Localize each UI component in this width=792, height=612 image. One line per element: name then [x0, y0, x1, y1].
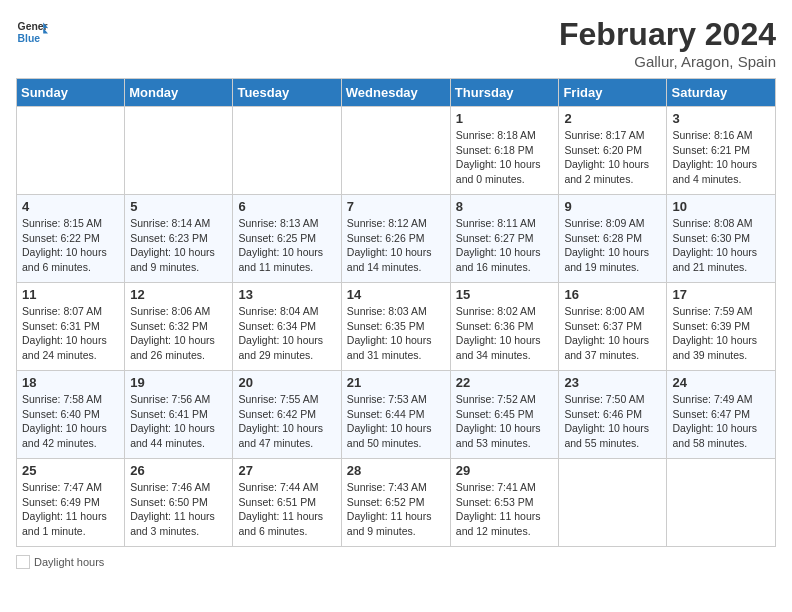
day-number: 9: [564, 199, 661, 214]
day-info: Sunrise: 8:06 AMSunset: 6:32 PMDaylight:…: [130, 304, 227, 363]
day-info: Sunrise: 8:11 AMSunset: 6:27 PMDaylight:…: [456, 216, 554, 275]
day-info: Sunrise: 7:43 AMSunset: 6:52 PMDaylight:…: [347, 480, 445, 539]
calendar-cell: 4Sunrise: 8:15 AMSunset: 6:22 PMDaylight…: [17, 195, 125, 283]
calendar-week-2: 4Sunrise: 8:15 AMSunset: 6:22 PMDaylight…: [17, 195, 776, 283]
day-header-saturday: Saturday: [667, 79, 776, 107]
day-number: 3: [672, 111, 770, 126]
calendar-cell: 29Sunrise: 7:41 AMSunset: 6:53 PMDayligh…: [450, 459, 559, 547]
daylight-box: [16, 555, 30, 569]
calendar-cell: 23Sunrise: 7:50 AMSunset: 6:46 PMDayligh…: [559, 371, 667, 459]
day-number: 13: [238, 287, 335, 302]
daylight-legend: Daylight hours: [16, 555, 104, 569]
calendar-cell: [667, 459, 776, 547]
logo-icon: General Blue: [16, 16, 48, 48]
day-number: 29: [456, 463, 554, 478]
calendar-table: SundayMondayTuesdayWednesdayThursdayFrid…: [16, 78, 776, 547]
day-header-thursday: Thursday: [450, 79, 559, 107]
calendar-cell: 10Sunrise: 8:08 AMSunset: 6:30 PMDayligh…: [667, 195, 776, 283]
calendar-cell: [233, 107, 341, 195]
day-number: 25: [22, 463, 119, 478]
day-number: 12: [130, 287, 227, 302]
calendar-cell: 22Sunrise: 7:52 AMSunset: 6:45 PMDayligh…: [450, 371, 559, 459]
calendar-cell: 3Sunrise: 8:16 AMSunset: 6:21 PMDaylight…: [667, 107, 776, 195]
calendar-cell: 26Sunrise: 7:46 AMSunset: 6:50 PMDayligh…: [125, 459, 233, 547]
calendar-cell: 16Sunrise: 8:00 AMSunset: 6:37 PMDayligh…: [559, 283, 667, 371]
day-number: 26: [130, 463, 227, 478]
day-number: 4: [22, 199, 119, 214]
calendar-cell: 2Sunrise: 8:17 AMSunset: 6:20 PMDaylight…: [559, 107, 667, 195]
day-header-wednesday: Wednesday: [341, 79, 450, 107]
calendar-cell: 27Sunrise: 7:44 AMSunset: 6:51 PMDayligh…: [233, 459, 341, 547]
logo: General Blue: [16, 16, 48, 48]
day-number: 20: [238, 375, 335, 390]
day-info: Sunrise: 7:59 AMSunset: 6:39 PMDaylight:…: [672, 304, 770, 363]
day-info: Sunrise: 7:56 AMSunset: 6:41 PMDaylight:…: [130, 392, 227, 451]
calendar-week-1: 1Sunrise: 8:18 AMSunset: 6:18 PMDaylight…: [17, 107, 776, 195]
page-header: General Blue February 2024 Gallur, Arago…: [16, 16, 776, 70]
calendar-cell: [125, 107, 233, 195]
calendar-cell: 1Sunrise: 8:18 AMSunset: 6:18 PMDaylight…: [450, 107, 559, 195]
day-info: Sunrise: 7:52 AMSunset: 6:45 PMDaylight:…: [456, 392, 554, 451]
calendar-cell: 20Sunrise: 7:55 AMSunset: 6:42 PMDayligh…: [233, 371, 341, 459]
day-info: Sunrise: 7:49 AMSunset: 6:47 PMDaylight:…: [672, 392, 770, 451]
svg-text:Blue: Blue: [18, 33, 41, 44]
day-info: Sunrise: 7:55 AMSunset: 6:42 PMDaylight:…: [238, 392, 335, 451]
title-block: February 2024 Gallur, Aragon, Spain: [559, 16, 776, 70]
day-number: 17: [672, 287, 770, 302]
day-info: Sunrise: 8:14 AMSunset: 6:23 PMDaylight:…: [130, 216, 227, 275]
subtitle: Gallur, Aragon, Spain: [559, 53, 776, 70]
day-number: 15: [456, 287, 554, 302]
day-number: 8: [456, 199, 554, 214]
footer: Daylight hours: [16, 555, 776, 569]
day-info: Sunrise: 8:16 AMSunset: 6:21 PMDaylight:…: [672, 128, 770, 187]
calendar-cell: 15Sunrise: 8:02 AMSunset: 6:36 PMDayligh…: [450, 283, 559, 371]
calendar-cell: 5Sunrise: 8:14 AMSunset: 6:23 PMDaylight…: [125, 195, 233, 283]
day-info: Sunrise: 7:46 AMSunset: 6:50 PMDaylight:…: [130, 480, 227, 539]
day-info: Sunrise: 8:12 AMSunset: 6:26 PMDaylight:…: [347, 216, 445, 275]
day-number: 11: [22, 287, 119, 302]
day-info: Sunrise: 7:58 AMSunset: 6:40 PMDaylight:…: [22, 392, 119, 451]
calendar-cell: 25Sunrise: 7:47 AMSunset: 6:49 PMDayligh…: [17, 459, 125, 547]
day-info: Sunrise: 8:17 AMSunset: 6:20 PMDaylight:…: [564, 128, 661, 187]
day-info: Sunrise: 8:13 AMSunset: 6:25 PMDaylight:…: [238, 216, 335, 275]
day-number: 28: [347, 463, 445, 478]
calendar-cell: 28Sunrise: 7:43 AMSunset: 6:52 PMDayligh…: [341, 459, 450, 547]
day-number: 2: [564, 111, 661, 126]
day-number: 27: [238, 463, 335, 478]
calendar-cell: 24Sunrise: 7:49 AMSunset: 6:47 PMDayligh…: [667, 371, 776, 459]
calendar-cell: 17Sunrise: 7:59 AMSunset: 6:39 PMDayligh…: [667, 283, 776, 371]
calendar-week-4: 18Sunrise: 7:58 AMSunset: 6:40 PMDayligh…: [17, 371, 776, 459]
day-number: 21: [347, 375, 445, 390]
daylight-label: Daylight hours: [34, 556, 104, 568]
calendar-cell: 8Sunrise: 8:11 AMSunset: 6:27 PMDaylight…: [450, 195, 559, 283]
day-number: 10: [672, 199, 770, 214]
calendar-cell: 18Sunrise: 7:58 AMSunset: 6:40 PMDayligh…: [17, 371, 125, 459]
day-number: 22: [456, 375, 554, 390]
day-info: Sunrise: 7:47 AMSunset: 6:49 PMDaylight:…: [22, 480, 119, 539]
calendar-cell: 11Sunrise: 8:07 AMSunset: 6:31 PMDayligh…: [17, 283, 125, 371]
day-info: Sunrise: 8:07 AMSunset: 6:31 PMDaylight:…: [22, 304, 119, 363]
calendar-cell: [341, 107, 450, 195]
day-info: Sunrise: 7:50 AMSunset: 6:46 PMDaylight:…: [564, 392, 661, 451]
calendar-cell: 13Sunrise: 8:04 AMSunset: 6:34 PMDayligh…: [233, 283, 341, 371]
day-header-monday: Monday: [125, 79, 233, 107]
day-info: Sunrise: 8:04 AMSunset: 6:34 PMDaylight:…: [238, 304, 335, 363]
day-info: Sunrise: 7:44 AMSunset: 6:51 PMDaylight:…: [238, 480, 335, 539]
day-number: 6: [238, 199, 335, 214]
day-number: 16: [564, 287, 661, 302]
calendar-cell: 21Sunrise: 7:53 AMSunset: 6:44 PMDayligh…: [341, 371, 450, 459]
calendar-cell: 7Sunrise: 8:12 AMSunset: 6:26 PMDaylight…: [341, 195, 450, 283]
day-info: Sunrise: 7:53 AMSunset: 6:44 PMDaylight:…: [347, 392, 445, 451]
day-info: Sunrise: 8:00 AMSunset: 6:37 PMDaylight:…: [564, 304, 661, 363]
day-number: 7: [347, 199, 445, 214]
day-number: 18: [22, 375, 119, 390]
day-info: Sunrise: 8:02 AMSunset: 6:36 PMDaylight:…: [456, 304, 554, 363]
calendar-cell: [559, 459, 667, 547]
day-info: Sunrise: 8:08 AMSunset: 6:30 PMDaylight:…: [672, 216, 770, 275]
day-number: 19: [130, 375, 227, 390]
day-info: Sunrise: 8:18 AMSunset: 6:18 PMDaylight:…: [456, 128, 554, 187]
day-number: 14: [347, 287, 445, 302]
day-number: 23: [564, 375, 661, 390]
day-number: 1: [456, 111, 554, 126]
calendar-week-5: 25Sunrise: 7:47 AMSunset: 6:49 PMDayligh…: [17, 459, 776, 547]
